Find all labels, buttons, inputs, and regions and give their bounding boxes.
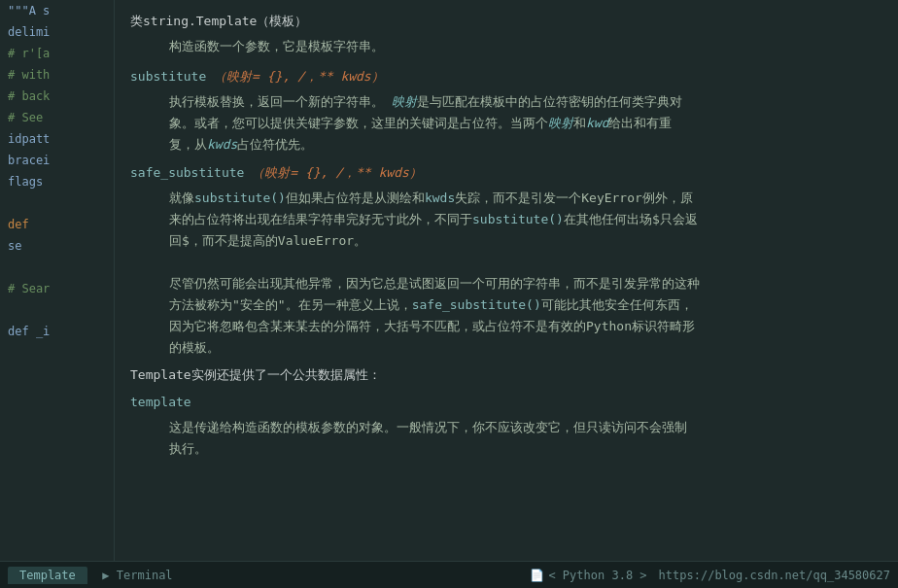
class-title: 类string.Template（模板）	[130, 12, 879, 32]
doc-panel[interactable]: 类string.Template（模板） 构造函数一个参数，它是模板字符串。 s…	[115, 0, 898, 561]
class-section: 类string.Template（模板） 构造函数一个参数，它是模板字符串。	[130, 12, 879, 57]
main-container: """A s delimi # r'[a # with # back # See…	[0, 0, 898, 588]
code-line-5: # back	[0, 86, 114, 107]
safe-substitute-desc: 就像substitute()但如果占位符是从测绘和kwds失踪，而不是引发一个K…	[169, 188, 879, 360]
code-line-3: # r'[a	[0, 43, 114, 64]
terminal-tab[interactable]: ▶ Terminal	[91, 567, 181, 584]
template-attr-section: template 这是传递给构造函数的模板参数的对象。一般情况下，你不应该改变它…	[130, 393, 879, 460]
code-line-16: def _i	[0, 321, 114, 342]
status-left: Template ▶ Terminal	[8, 567, 181, 584]
template-attr-name: template	[130, 395, 191, 409]
safe-substitute-params: （映射= {}, /，** kwds）	[252, 165, 422, 180]
status-bar: Template ▶ Terminal 📄 < Python 3.8 > htt…	[0, 561, 898, 588]
substitute-name: substitute	[130, 69, 206, 84]
code-line-14: # Sear	[0, 278, 114, 299]
code-line-1: """A s	[0, 0, 114, 21]
code-line-8: bracei	[0, 150, 114, 171]
url-display: https://blog.csdn.net/qq_34580627	[659, 569, 890, 582]
terminal-label: Terminal	[117, 569, 173, 582]
code-line-15	[0, 299, 114, 321]
code-line-9: flags	[0, 171, 114, 192]
template-tab[interactable]: Template	[8, 567, 87, 584]
public-attr-title: Template实例还提供了一个公共数据属性：	[130, 365, 879, 386]
code-line-11: def	[0, 214, 114, 235]
code-line-13	[0, 257, 114, 278]
substitute-section: substitute （映射= {}, /，** kwds） 执行模板替换，返回…	[130, 67, 879, 156]
code-line-10	[0, 192, 114, 214]
code-line-7: idpatt	[0, 128, 114, 150]
public-attr-text: Template实例还提供了一个公共数据属性：	[130, 367, 381, 382]
safe-substitute-name: safe_substitute	[130, 165, 244, 180]
constructor-text: 构造函数一个参数，它是模板字符串。	[169, 39, 384, 53]
code-area: """A s delimi # r'[a # with # back # See…	[0, 0, 898, 561]
code-line-12: se	[0, 235, 114, 257]
safe-substitute-section: safe_substitute （映射= {}, /，** kwds） 就像su…	[130, 163, 879, 360]
left-panel: """A s delimi # r'[a # with # back # See…	[0, 0, 115, 561]
code-line-2: delimi	[0, 21, 114, 43]
constructor-desc: 构造函数一个参数，它是模板字符串。	[169, 36, 879, 57]
python-version: 📄 < Python 3.8 >	[530, 569, 646, 582]
status-right: 📄 < Python 3.8 > https://blog.csdn.net/q…	[530, 569, 890, 582]
template-attr-desc: 这是传递给构造函数的模板参数的对象。一般情况下，你不应该改变它，但只读访问不会强…	[169, 417, 879, 460]
code-line-4: # with	[0, 64, 114, 86]
substitute-params: （映射= {}, /，** kwds）	[214, 69, 384, 84]
substitute-desc: 执行模板替换，返回一个新的字符串。 映射是与匹配在模板中的占位符密钥的任何类字典…	[169, 91, 879, 156]
file-icon: 📄	[530, 569, 544, 582]
public-attr-section: Template实例还提供了一个公共数据属性：	[130, 365, 879, 386]
substitute-header: substitute （映射= {}, /，** kwds）	[130, 67, 879, 87]
python-label: < Python 3.8 >	[548, 569, 646, 582]
safe-substitute-header: safe_substitute （映射= {}, /，** kwds）	[130, 163, 879, 184]
class-title-text: 类string.Template（模板）	[130, 14, 307, 28]
code-line-6: # See	[0, 107, 114, 128]
terminal-icon: ▶	[99, 569, 113, 582]
template-attr-header: template	[130, 393, 879, 413]
